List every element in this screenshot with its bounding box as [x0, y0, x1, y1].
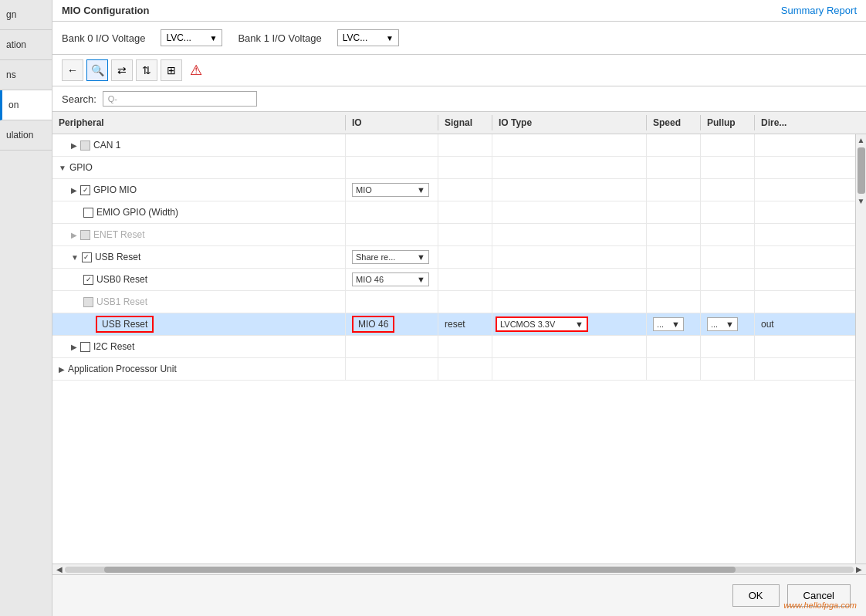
- scroll-up-button[interactable]: ▲: [856, 134, 866, 146]
- peripheral-label: Application Processor Unit: [68, 364, 177, 374]
- table-row: ▶ ENET Reset: [52, 224, 855, 246]
- h-scroll-thumb[interactable]: [104, 567, 736, 573]
- pullup-cell: [701, 179, 755, 201]
- pullup-cell: [701, 157, 755, 178]
- peripheral-cell: ▼ GPIO: [52, 157, 346, 178]
- layout-button[interactable]: ⊞: [161, 59, 182, 81]
- table-row-selected[interactable]: USB Reset MIO 46 reset LVCMOS 3.3V ▼: [52, 313, 855, 336]
- io-cell-selected: MIO 46: [346, 313, 438, 335]
- dir-cell: [755, 358, 817, 380]
- bank-voltage-section: Bank 0 I/O Voltage LVC... ▼ Bank 1 I/O V…: [52, 22, 866, 55]
- sidebar-item-ation[interactable]: ation: [0, 30, 52, 60]
- sidebar: gn ation ns on ulation: [0, 0, 52, 616]
- signal-cell: [438, 157, 492, 178]
- back-button[interactable]: ←: [62, 59, 83, 81]
- lvcmos-dropdown[interactable]: LVCMOS 3.3V ▼: [496, 316, 588, 332]
- bank0-dropdown[interactable]: LVC... ▼: [161, 29, 222, 46]
- scroll-thumb[interactable]: [858, 147, 865, 194]
- checkbox[interactable]: [80, 342, 90, 352]
- sidebar-item-ulation[interactable]: ulation: [0, 120, 52, 151]
- speed-cell: [647, 201, 701, 223]
- speed-cell: [647, 246, 701, 268]
- signal-cell: [438, 201, 492, 223]
- dir-cell: [755, 336, 817, 357]
- peripheral-cell: ✓ USB0 Reset: [52, 269, 346, 290]
- iotype-cell: [492, 224, 647, 245]
- search-section: Search: Q-: [52, 86, 866, 112]
- expand-arrow-icon[interactable]: ▶: [71, 343, 77, 351]
- share-re-dropdown[interactable]: Share re... ▼: [352, 250, 429, 264]
- io-cell: Share re... ▼: [346, 246, 438, 268]
- io-cell: MIO 46 ▼: [346, 269, 438, 290]
- signal-cell: [438, 291, 492, 313]
- pullup-dropdown[interactable]: ... ▼: [707, 317, 738, 331]
- scroll-down-button[interactable]: ▼: [856, 195, 866, 207]
- speed-dropdown[interactable]: ... ▼: [653, 317, 684, 331]
- expand-arrow-icon[interactable]: ▶: [71, 141, 77, 150]
- pullup-cell: [701, 134, 755, 156]
- table-row: ▶ Application Processor Unit: [52, 358, 855, 381]
- sidebar-item-ns[interactable]: ns: [0, 60, 52, 90]
- expand-arrow-icon[interactable]: ▶: [59, 365, 65, 374]
- horizontal-scrollbar[interactable]: ◀ ▶: [52, 564, 866, 574]
- io-cell: [346, 336, 438, 357]
- io-cell: [346, 134, 438, 156]
- table-row: ▶ CAN 1: [52, 134, 855, 157]
- pullup-cell: [701, 291, 755, 313]
- speed-arrow: ▼: [671, 320, 680, 329]
- vertical-scrollbar[interactable]: ▲ ▼: [855, 134, 866, 564]
- peripheral-label: USB Reset: [95, 252, 140, 262]
- io-cell: [346, 224, 438, 245]
- peripheral-label: ENET Reset: [93, 229, 144, 240]
- iotype-cell-selected: LVCMOS 3.3V ▼: [492, 313, 647, 335]
- checkbox[interactable]: ✓: [83, 275, 93, 285]
- search-input[interactable]: Q-: [103, 91, 257, 107]
- dir-cell: [755, 201, 817, 223]
- col-dir: Dire...: [755, 115, 817, 130]
- table-row: ✓ USB0 Reset MIO 46 ▼: [52, 269, 855, 291]
- bank0-label: Bank 0 I/O Voltage: [62, 32, 145, 44]
- iotype-cell: [492, 291, 647, 313]
- checkbox[interactable]: ✓: [80, 185, 90, 195]
- speed-cell-selected: ... ▼: [647, 313, 701, 335]
- usb-reset-highlighted-label: USB Reset: [96, 316, 154, 333]
- signal-cell: [438, 134, 492, 156]
- checkbox[interactable]: [83, 208, 93, 218]
- speed-cell: [647, 224, 701, 245]
- dir-cell: [755, 179, 817, 201]
- table-row: ▶ I2C Reset: [52, 336, 855, 358]
- search-toolbar-button[interactable]: 🔍: [86, 59, 108, 81]
- expand-arrow-icon[interactable]: ▶: [71, 186, 77, 195]
- swap-button[interactable]: ⇅: [136, 59, 157, 81]
- pullup-cell: [701, 358, 755, 380]
- col-pullup: Pullup: [701, 115, 755, 130]
- filter-button[interactable]: ⇄: [111, 59, 133, 81]
- scroll-left-button[interactable]: ◀: [54, 565, 65, 574]
- table-body: ▶ CAN 1: [52, 134, 855, 564]
- expand-arrow-icon[interactable]: ▼: [71, 253, 79, 262]
- expand-arrow-icon[interactable]: ▼: [59, 164, 66, 172]
- io-dropdown-arrow: ▼: [417, 185, 425, 195]
- table-row: EMIO GPIO (Width): [52, 201, 855, 224]
- dir-cell: [755, 134, 817, 156]
- sidebar-item-on[interactable]: on: [0, 90, 52, 120]
- bank1-dropdown[interactable]: LVC... ▼: [337, 29, 399, 46]
- expand-arrow-icon[interactable]: ▶: [71, 231, 77, 239]
- iotype-cell: [492, 201, 647, 223]
- peripheral-cell: ▶ I2C Reset: [52, 336, 346, 357]
- checkbox[interactable]: ✓: [82, 252, 92, 262]
- sidebar-item-gn[interactable]: gn: [0, 0, 52, 30]
- usb0-io-dropdown[interactable]: MIO 46 ▼: [352, 272, 429, 286]
- io-cell: MIO ▼: [346, 179, 438, 201]
- scroll-right-button[interactable]: ▶: [854, 565, 864, 574]
- signal-cell: [438, 269, 492, 290]
- ok-button[interactable]: OK: [732, 584, 780, 607]
- search-label: Search:: [62, 93, 96, 105]
- pullup-cell: [701, 201, 755, 223]
- error-button[interactable]: ⚠: [185, 59, 207, 81]
- summary-report-link[interactable]: Summary Report: [781, 5, 857, 16]
- signal-cell-selected: reset: [438, 313, 492, 335]
- col-signal: Signal: [438, 115, 492, 130]
- io-dropdown[interactable]: MIO ▼: [352, 183, 429, 197]
- speed-cell: [647, 291, 701, 313]
